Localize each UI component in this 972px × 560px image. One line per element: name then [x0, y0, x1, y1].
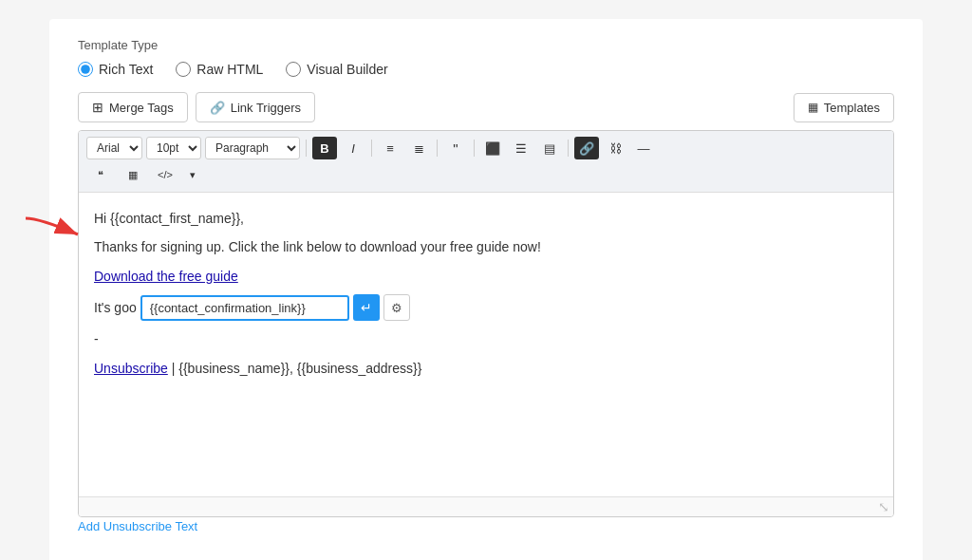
red-arrow-indicator: [21, 214, 87, 252]
font-size-select[interactable]: 10pt: [146, 137, 201, 159]
it-good-line: It's goo ↵ ⚙: [94, 294, 878, 321]
horizontal-rule-button[interactable]: —: [631, 137, 656, 159]
more-button[interactable]: ▾: [183, 163, 202, 186]
blockquote-button[interactable]: ": [443, 137, 468, 159]
divider-4: [474, 140, 475, 157]
merge-tags-label: Merge Tags: [109, 101, 174, 115]
link-confirm-button[interactable]: ↵: [353, 294, 380, 321]
editor-wrapper: Arial 10pt Paragraph B I ≡ ≣ ": [78, 130, 894, 517]
download-link[interactable]: Download the free guide: [94, 269, 238, 284]
download-link-line: Download the free guide: [94, 266, 878, 287]
radio-raw-html-label: Raw HTML: [196, 62, 263, 77]
toolbar-row: ⊞ Merge Tags 🔗 Link Triggers ▦ Templates: [78, 92, 894, 122]
format-toolbar: Arial 10pt Paragraph B I ≡ ≣ ": [79, 131, 893, 193]
table-button[interactable]: ▦: [119, 163, 147, 186]
footer-line: Unsubscribe | {{business_name}}, {{busin…: [94, 358, 878, 379]
dash-line: -: [94, 328, 878, 349]
page-wrapper: Template Type Rich Text Raw HTML Visual …: [49, 19, 923, 560]
bold-button[interactable]: B: [312, 137, 337, 159]
radio-rich-text-label: Rich Text: [99, 62, 153, 77]
templates-button[interactable]: ▦ Templates: [794, 93, 894, 122]
merge-tags-icon: ⊞: [92, 100, 103, 115]
template-type-radio-group: Rich Text Raw HTML Visual Builder: [78, 62, 894, 77]
templates-label: Templates: [824, 101, 880, 115]
ordered-list-button[interactable]: ≣: [406, 137, 431, 159]
editor-body[interactable]: Hi {{contact_first_name}}, Thanks for si…: [79, 193, 893, 496]
resize-icon: ⤡: [878, 499, 889, 514]
greeting-text: Hi {{contact_first_name}},: [94, 211, 244, 226]
radio-raw-html[interactable]: [176, 62, 191, 77]
unsubscribe-link[interactable]: Unsubscribe: [94, 361, 168, 376]
body-text: Thanks for signing up. Click the link be…: [94, 239, 541, 254]
body-line: Thanks for signing up. Click the link be…: [94, 236, 878, 257]
add-unsubscribe-link[interactable]: Add Unsubscribe Text: [78, 519, 197, 533]
radio-option-raw-html[interactable]: Raw HTML: [176, 62, 263, 77]
align-left-button[interactable]: ⬛: [480, 137, 505, 159]
radio-rich-text[interactable]: [78, 62, 93, 77]
radio-option-visual-builder[interactable]: Visual Builder: [286, 62, 387, 77]
link-triggers-label: Link Triggers: [231, 101, 301, 115]
format-row-1: Arial 10pt Paragraph B I ≡ ≣ ": [86, 137, 886, 159]
dash-text: -: [94, 331, 99, 346]
paragraph-select[interactable]: Paragraph: [205, 137, 300, 159]
source-button[interactable]: ❝: [86, 163, 115, 186]
link-triggers-icon: 🔗: [210, 101, 225, 115]
link-triggers-button[interactable]: 🔗 Link Triggers: [196, 92, 315, 122]
template-type-label: Template Type: [78, 38, 894, 52]
remove-link-button[interactable]: ⛓: [603, 137, 627, 159]
editor-resize-handle[interactable]: ⤡: [79, 496, 893, 516]
footer-text: | {{business_name}}, {{business_address}…: [172, 361, 422, 376]
link-popup: ↵ ⚙: [140, 294, 410, 321]
templates-icon: ▦: [808, 101, 818, 114]
divider-2: [371, 140, 372, 157]
greeting-line: Hi {{contact_first_name}},: [94, 208, 878, 229]
code-button[interactable]: </>: [151, 163, 179, 186]
radio-visual-builder-label: Visual Builder: [307, 62, 387, 77]
align-center-button[interactable]: ☰: [509, 137, 533, 159]
merge-tags-button[interactable]: ⊞ Merge Tags: [78, 92, 188, 122]
font-family-select[interactable]: Arial: [86, 137, 142, 159]
link-settings-button[interactable]: ⚙: [383, 294, 410, 321]
editor-container: Arial 10pt Paragraph B I ≡ ≣ ": [78, 130, 894, 517]
format-row-2: ❝ ▦ </> ▾: [86, 163, 886, 186]
align-right-button[interactable]: ▤: [537, 137, 562, 159]
italic-button[interactable]: I: [341, 137, 365, 159]
it-good-prefix: It's goo: [94, 297, 137, 318]
insert-link-button[interactable]: 🔗: [574, 137, 599, 159]
divider-3: [437, 140, 438, 157]
link-url-input[interactable]: [140, 295, 349, 321]
radio-visual-builder[interactable]: [286, 62, 301, 77]
unordered-list-button[interactable]: ≡: [378, 137, 402, 159]
toolbar-left: ⊞ Merge Tags 🔗 Link Triggers: [78, 92, 315, 122]
radio-option-rich-text[interactable]: Rich Text: [78, 62, 153, 77]
divider-5: [568, 140, 569, 157]
divider-1: [306, 140, 307, 157]
